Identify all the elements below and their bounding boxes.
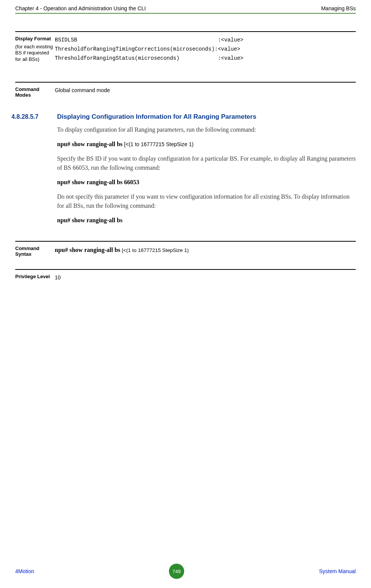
- display-format-content: BSIDLSB :<value> ThresholdforRangingTimi…: [55, 36, 356, 63]
- body-cmd1: npu# show ranging-all bs [<(1 to 1677721…: [57, 140, 356, 149]
- command-syntax-args: [<(1 to 16777215 StepSize 1): [122, 247, 189, 253]
- header-rule: [15, 13, 356, 14]
- privilege-level-value: 10: [55, 274, 356, 282]
- display-format-block: Display Format (for each existing BS if …: [15, 31, 356, 71]
- privilege-level-label: Privilege Level: [15, 274, 55, 279]
- section-title: Displaying Configuration Information for…: [57, 113, 256, 121]
- body-cmd3: npu# show ranging-all bs: [57, 216, 356, 225]
- command-syntax-block: Command Syntax npu# show ranging-all bs …: [15, 241, 356, 265]
- display-format-line3: ThresholdforRangingStatus(microseconds) …: [55, 55, 244, 61]
- command-modes-block: Command Modes Global command mode: [15, 82, 356, 106]
- command-syntax-label: Command Syntax: [15, 245, 55, 257]
- display-format-line2: ThresholdforRangingTimingCorrections(mic…: [55, 46, 240, 52]
- body-cmd1-bold: npu# show ranging-all bs: [57, 141, 124, 147]
- header-right: Managing BSs: [321, 5, 356, 11]
- footer-left: 4Motion: [15, 568, 34, 574]
- body-cmd1-args: [<(1 to 16777215 StepSize 1): [124, 141, 194, 147]
- section-heading-row: 4.8.28.5.7 Displaying Configuration Info…: [15, 113, 356, 121]
- body-p1: To display configuration for all Ranging…: [57, 125, 356, 134]
- body-p2: Specify the BS ID if you want to display…: [57, 154, 356, 172]
- command-syntax-value: npu# show ranging-all bs [<(1 to 1677721…: [55, 245, 356, 257]
- body-p3: Do not specify this parameter if you wan…: [57, 192, 356, 210]
- page-footer: 4Motion 749 System Manual: [15, 564, 356, 579]
- body-cmd2: npu# show ranging-all bs 66053: [57, 178, 356, 187]
- command-modes-value: Global command mode: [55, 86, 356, 98]
- body-cmd3-bold: npu# show ranging-all bs: [57, 217, 123, 223]
- page-number-badge: 749: [169, 564, 184, 579]
- command-modes-label: Command Modes: [15, 86, 55, 98]
- display-format-sublabel: (for each existing BS if requested for a…: [15, 44, 55, 62]
- footer-right: System Manual: [319, 568, 356, 574]
- display-format-label-col: Display Format (for each existing BS if …: [15, 36, 55, 63]
- body-cmd2-bold: npu# show ranging-all bs 66053: [57, 179, 139, 185]
- header-left: Chapter 4 - Operation and Administration…: [15, 5, 146, 11]
- section-number: 4.8.28.5.7: [11, 113, 57, 120]
- display-format-line1: BSIDLSB :<value>: [55, 37, 244, 43]
- page-header: Chapter 4 - Operation and Administration…: [15, 0, 356, 13]
- command-syntax-label-col: Command Syntax: [15, 245, 55, 257]
- privilege-level-label-col: Privilege Level: [15, 274, 55, 282]
- privilege-level-block: Privilege Level 10: [15, 269, 356, 290]
- command-modes-label-col: Command Modes: [15, 86, 55, 98]
- command-syntax-bold: npu# show ranging-all bs: [55, 247, 122, 253]
- display-format-label: Display Format: [15, 36, 55, 41]
